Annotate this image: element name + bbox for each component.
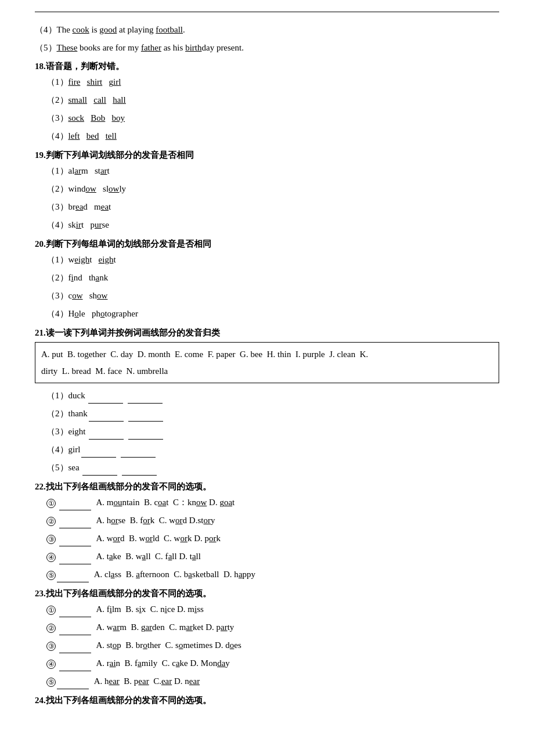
item4-underline-football: football [156,25,183,34]
q19-item-1: （1）alarm start [46,163,499,179]
q22-blank-3[interactable] [59,546,91,546]
q21-blank-3b[interactable] [128,439,163,440]
q22-5-class: a [111,570,115,579]
q23-4-cake: a [176,658,180,668]
q18-section: 18.语音题，判断对错。 （1）fire shirt girl （2）small… [35,61,499,144]
q24-title: 24.找出下列各组画线部分的发音不同的选项。 [35,695,499,706]
q18-item-3: （3）sock Bob boy [46,110,499,126]
q22-3-world: or [145,534,153,543]
q20-4-hole-ul: o [74,309,79,318]
q22-4-take: a [109,552,113,561]
q23-blank-3[interactable] [59,653,91,653]
item5-underline-birthday: birth [185,43,201,52]
q22-3-work: or [180,534,187,543]
q21-blank-2a[interactable] [89,421,124,422]
q18-item-2: （2）small call hall [46,92,499,108]
q23-blank-2[interactable] [59,635,91,635]
q20-1-weight-ul: eigh [74,255,89,264]
q20-title: 20.判断下列每组单词的划线部分发音是否相同 [35,239,499,250]
q22-item-2: ② A. horse B. fork C. word D.story [46,513,499,528]
q22-5-happy: a [239,570,243,579]
q19-2-window-ul: ow [86,184,96,193]
q19-item-4: （4）skirt purse [46,217,499,233]
q19-1-alarm-ul: ar [74,166,81,175]
q23-item-5: ⑤ A. hear B. pear C.ear D. near [46,674,499,689]
q23-3-sometimes: o [179,640,183,650]
q21-blank-3a[interactable] [89,439,124,440]
top-divider [35,12,499,12]
q21-item-2: （2）thank [46,406,499,422]
q22-4-fall: a [168,552,172,561]
q21-blank-1a[interactable] [88,403,123,404]
item5-underline-these: These [57,43,78,52]
q19-1-start-ul: ar [100,166,107,175]
q23-blank-1[interactable] [59,617,91,617]
q21-item-5: （5）sea [46,460,499,476]
q18-item-1: （1）fire shirt girl [46,74,499,90]
q21-blank-4a[interactable] [81,457,116,458]
q22-4-tall: a [192,552,196,561]
q21-item-1: （1）duck [46,388,499,404]
q20-3-show-ul: ow [97,291,107,300]
q21-blank-1b[interactable] [128,403,163,404]
q20-3-cow-ul: ow [72,291,82,300]
q23-4-monday: da [217,658,225,668]
q23-3-brother: o [143,640,147,650]
q19-3-meat-ul: ea [101,202,109,211]
q22-1-know: ow [196,498,207,507]
q22-4-wall: a [142,552,146,561]
q18-4-tell: tell [106,131,117,141]
q23-2-party: ar [221,622,228,632]
q23-1-miss: i [194,604,197,614]
q18-1-girl: girl [109,77,121,87]
q22-circle-2: ② [46,517,56,526]
q23-2-market: ar [186,622,193,632]
q22-item-1: ① A. mountain B. coat C：know D. goat [46,495,499,510]
q22-blank-1[interactable] [59,510,91,510]
q23-circle-3: ③ [46,642,56,651]
q20-4-photographer-ul: o [100,309,105,318]
q23-blank-4[interactable] [59,671,91,671]
q23-1-six: i [139,604,142,614]
q23-5-hear: ear [109,676,120,686]
q23-blank-5[interactable] [57,689,89,689]
q22-5-basketball: a [188,570,192,579]
q23-2-garden: ar [145,622,152,632]
q23-5-ear: ear [161,676,172,686]
q22-1-coat: oa [158,498,166,507]
q18-3-bob: Bob [91,113,105,123]
q21-blank-5b[interactable] [122,475,157,476]
q19-4-skirt-ul: ir [76,220,81,229]
q18-item-4: （4）left bed tell [46,128,499,144]
q23-item-3: ③ A. stop B. brother C. sometimes D. doe… [46,638,499,653]
q24-section: 24.找出下列各组画线部分的发音不同的选项。 [35,695,499,706]
q22-item-5: ⑤ A. class B. afternoon C. basketball D.… [46,567,499,582]
q22-blank-5[interactable] [57,582,89,582]
q23-1-film: i [110,604,112,614]
q21-blank-5a[interactable] [82,475,117,476]
q22-2-horse: or [111,516,118,525]
q22-blank-4[interactable] [59,564,91,564]
q23-section: 23.找出下列各组画线部分的发音不同的选项。 ① A. film B. six … [35,588,499,689]
q19-3-bread-ul: ea [75,202,83,211]
item4-underline-cook: cook [73,25,89,34]
q18-4-left: left [68,131,80,141]
q22-circle-4: ④ [46,553,56,562]
item4-underline-good: good [99,25,117,34]
q23-item-2: ② A. warm B. garden C. market D. party [46,620,499,635]
q21-blank-4b[interactable] [121,457,156,458]
q21-word-box: A. put B. together C. day D. month E. co… [35,342,499,383]
q23-3-stop: o [113,640,117,650]
q23-title: 23.找出下列各组画线部分的发音不同的选项。 [35,588,499,599]
q20-2-find-ul: i [71,273,74,282]
q22-5-afternoon: a [136,570,140,579]
q18-3-boy: boy [112,113,125,123]
q21-item-4: （4）girl [46,442,499,458]
q23-item-4: ④ A. rain B. family C. cake D. Monday [46,656,499,671]
q18-4-bed: bed [86,131,99,141]
q21-title: 21.读一读下列单词并按例词画线部分的发音归类 [35,327,499,339]
q22-3-pork: or [209,534,217,543]
q22-blank-2[interactable] [59,528,91,528]
q21-section: 21.读一读下列单词并按例词画线部分的发音归类 A. put B. togeth… [35,327,499,476]
q21-blank-2b[interactable] [128,421,163,422]
